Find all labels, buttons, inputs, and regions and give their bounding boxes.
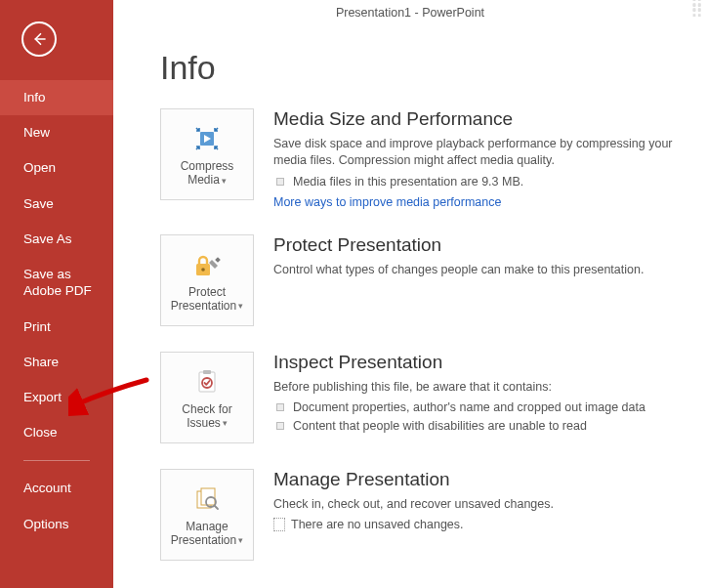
section-manage: Manage Presentation▾ Manage Presentation… — [160, 469, 707, 561]
manage-presentation-button[interactable]: Manage Presentation▾ — [160, 469, 254, 561]
nav-options[interactable]: Options — [0, 507, 113, 542]
nav-export[interactable]: Export — [0, 380, 113, 415]
nav-info[interactable]: Info — [0, 80, 113, 115]
nav-open[interactable]: Open — [0, 150, 113, 186]
manage-presentation-icon — [190, 482, 224, 517]
svg-rect-7 — [203, 370, 211, 374]
nav-share[interactable]: Share — [0, 345, 113, 380]
media-title: Media Size and Performance — [273, 108, 689, 130]
protect-title: Protect Presentation — [273, 234, 689, 256]
dropdown-caret-icon: ▾ — [238, 535, 243, 545]
check-issues-button[interactable]: Check for Issues▾ — [160, 352, 254, 443]
compress-media-button[interactable]: Compress Media▾ — [160, 108, 254, 200]
protect-description: Control what types of changes people can… — [273, 262, 689, 278]
page-title: Info — [160, 49, 707, 87]
window-title: Presentation1 - PowerPoint — [113, 0, 707, 20]
inspect-bullet-2: Content that people with disabilities ar… — [273, 417, 689, 436]
protect-presentation-button[interactable]: Protect Presentation▾ — [160, 234, 254, 326]
manage-presentation-label: Manage Presentation▾ — [165, 521, 249, 548]
manage-unsaved-line: There are no unsaved changes. — [273, 518, 689, 532]
nav-close[interactable]: Close — [0, 415, 113, 450]
media-performance-link[interactable]: More ways to improve media performance — [273, 195, 501, 209]
nav-save[interactable]: Save — [0, 187, 113, 222]
manage-description: Check in, check out, and recover unsaved… — [273, 496, 689, 513]
section-protect: Protect Presentation▾ Protect Presentati… — [160, 234, 707, 326]
backstage-sidebar: Info New Open Save Save As Save as Adobe… — [0, 0, 113, 588]
inspect-description: Before publishing this file, be aware th… — [273, 379, 689, 396]
compress-media-label: Compress Media▾ — [165, 160, 249, 188]
dropdown-caret-icon: ▾ — [223, 418, 228, 428]
main-content: ⠿⠿ Presentation1 - PowerPoint Info — [113, 0, 707, 588]
protect-presentation-label: Protect Presentation▾ — [165, 286, 249, 314]
check-issues-icon — [190, 364, 224, 399]
nav-print[interactable]: Print — [0, 310, 113, 345]
dropdown-caret-icon: ▾ — [222, 176, 227, 186]
compress-media-icon — [190, 121, 224, 156]
svg-point-4 — [201, 268, 205, 272]
document-icon — [273, 518, 285, 531]
nav-save-as[interactable]: Save As — [0, 222, 113, 257]
svg-line-12 — [215, 505, 219, 509]
nav-account[interactable]: Account — [0, 471, 113, 506]
inspect-title: Inspect Presentation — [273, 352, 689, 373]
nav-save-adobe-pdf[interactable]: Save as Adobe PDF — [0, 257, 113, 310]
arrow-left-icon — [30, 30, 48, 48]
check-issues-label: Check for Issues▾ — [165, 403, 249, 431]
media-size-bullet: Media files in this presentation are 9.3… — [273, 173, 689, 191]
inspect-bullet-1: Document properties, author's name and c… — [273, 399, 689, 417]
svg-rect-5 — [215, 257, 221, 263]
section-inspect: Check for Issues▾ Inspect Presentation B… — [160, 352, 707, 443]
back-button[interactable] — [21, 21, 57, 57]
nav-new[interactable]: New — [0, 115, 113, 150]
media-description: Save disk space and improve playback per… — [273, 136, 689, 169]
manage-title: Manage Presentation — [273, 469, 689, 490]
section-media: Compress Media▾ Media Size and Performan… — [160, 108, 707, 209]
protect-presentation-icon — [190, 247, 224, 282]
dropdown-caret-icon: ▾ — [238, 301, 243, 311]
nav-divider — [23, 460, 90, 461]
window-grip-icon: ⠿⠿ — [690, 3, 701, 15]
